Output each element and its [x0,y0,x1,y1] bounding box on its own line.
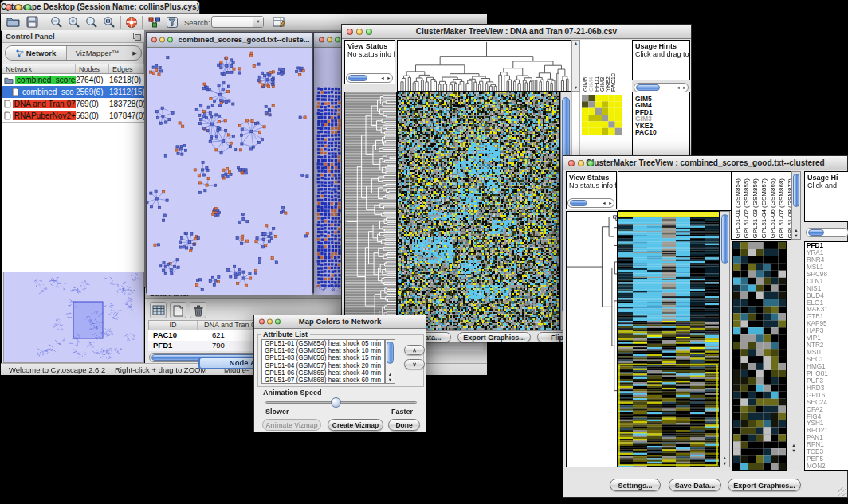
help-lifering-icon[interactable] [124,16,139,29]
close-icon[interactable] [568,160,575,166]
attribute-list-item[interactable]: GPL51-01 (GSM854) heat shock 05 min [262,340,384,347]
move-down-button[interactable]: ∨ [404,359,425,369]
settings-button[interactable]: Settings... [610,479,661,491]
save-icon[interactable] [25,16,39,29]
network-row[interactable]: combined_scores 2764(0) 16218(0) [2,74,144,86]
minimize-icon[interactable] [15,4,22,10]
search-input[interactable]: ▼ [211,16,264,28]
attribute-list-item[interactable]: GPL51-06 (GSM865) heat shock 40 min [262,369,384,377]
network-row[interactable]: RNAPuberNov2+ 563(0) 107847(0) [2,110,144,122]
attribute-list-item[interactable]: GPL51-04 (GSM857) heat shock 20 min [262,362,384,369]
attribute-list-item[interactable]: GPL51-02 (GSM855) heat shock 10 min [262,347,384,354]
tv2-row-dendrogram[interactable] [566,211,618,467]
move-up-button[interactable]: ∧ [404,345,425,355]
scroll-thumb[interactable] [636,84,660,91]
zoom-icon[interactable] [335,37,340,43]
scroll-right-icon[interactable]: ► [607,199,614,207]
scroll-right-icon[interactable]: ► [386,74,392,82]
attribute-list-item[interactable]: GPL51-07 (GSM868) heat shock 60 min [262,377,384,384]
minimize-icon[interactable] [267,319,273,325]
zoom-selected-icon[interactable] [84,16,99,29]
column-label[interactable]: YKE2 [604,76,610,92]
attribute-list-item[interactable]: GPL51-03 (GSM856) heat shock 15 min [262,354,384,361]
column-label[interactable]: GIM5 [582,77,587,92]
zoom-icon[interactable] [167,37,173,43]
zoom-icon[interactable] [25,4,31,10]
filter-icon[interactable] [165,16,179,29]
column-label[interactable]: GIM4 [587,77,593,92]
network-row[interactable]: DNA and Tran 07 769(0) 183728(0) [2,98,144,110]
open-file-icon[interactable] [6,16,20,29]
scroll-down-icon[interactable]: ▼ [572,85,579,90]
column-label[interactable]: GPL51-06 (GSM865) [769,178,778,239]
column-label[interactable]: PFD1 [593,76,599,92]
close-icon[interactable] [151,37,157,43]
network1-titlebar[interactable]: combined_scores_good.txt--cluste... [147,33,312,48]
tv2-labels-vscrollbar[interactable]: ▲▼ [791,171,801,240]
zoom-out-icon[interactable] [49,16,64,29]
tv2-usage-hscrollbar[interactable] [806,228,848,237]
column-header[interactable]: Nodes [76,64,109,73]
tv1-status-hscrollbar[interactable]: ◄► [346,73,393,83]
delete-attribute-icon[interactable] [190,302,206,318]
zoom-fit-icon[interactable] [102,16,116,29]
zoom-in-icon[interactable] [67,16,81,29]
close-icon[interactable] [6,4,12,10]
scroll-thumb[interactable] [570,200,587,206]
attribute-select-icon[interactable] [150,302,167,318]
column-header[interactable]: ID [149,321,198,330]
export-graphics-button[interactable]: Export Graphics... [728,479,801,491]
tv2-heatmap[interactable] [618,211,720,467]
column-label[interactable]: GPL51-03 (GSM856) [752,178,760,239]
zoom-icon[interactable] [587,160,594,166]
tv2-summary-scroll-arrows[interactable]: ▲▼ [788,443,799,454]
minimize-icon[interactable] [159,37,165,43]
new-attribute-icon[interactable] [170,302,186,318]
column-label[interactable]: GPL51-04 (GSM857) [760,178,769,239]
close-icon[interactable] [347,29,353,35]
close-icon[interactable] [259,319,265,325]
scroll-left-icon[interactable]: ◄ [379,74,386,82]
network2-canvas[interactable] [314,48,342,295]
resize-grip[interactable] [838,487,846,496]
tv1-column-dendrogram[interactable] [397,40,571,92]
attribute-list-vscrollbar[interactable]: ▲▼ [385,339,395,384]
scroll-arrows[interactable]: ▲▼ [792,228,800,239]
scroll-thumb[interactable] [348,75,367,81]
column-header[interactable]: Edges [109,64,144,73]
scroll-arrows[interactable]: ▲▼ [386,372,395,383]
export-graphics-button[interactable]: Export Graphics... [457,332,531,342]
tv1-heatmap[interactable] [397,92,560,330]
scroll-thumb[interactable] [721,214,728,264]
tv1-mini-scroll[interactable]: ▲▼ [571,40,580,92]
tv1-correlation-matrix[interactable] [582,95,622,135]
treeview1-titlebar[interactable]: ClusterMaker TreeView : DNA and Tran 07-… [342,25,691,39]
float-panel-icon[interactable] [133,33,141,42]
dialog-titlebar[interactable]: Map Colors to Network [254,315,426,329]
scroll-thumb[interactable] [793,174,799,207]
search-dropdown-icon[interactable]: ▼ [253,17,263,27]
network-row-selected[interactable]: combined_sco 2569(6) 13112(15) [2,86,144,98]
column-label[interactable]: PAC10 [610,73,615,92]
minimize-icon[interactable] [327,37,332,43]
column-label[interactable]: GPL51-01 (GSM854) [734,178,743,239]
tv2-heatmap-vscrollbar[interactable]: ▲▼ [720,211,730,467]
tab-overflow-arrow[interactable]: ▶ [128,46,141,60]
scroll-left-icon[interactable]: ◄ [675,84,681,92]
main-titlebar[interactable]: Cytoscape Desktop (Session Name: collins… [1,1,199,14]
close-icon[interactable] [319,37,324,43]
vizmapper-icon[interactable] [147,16,162,29]
scroll-thumb[interactable] [808,229,824,236]
tab-network[interactable]: Network [6,46,67,60]
tab-vizmapper[interactable]: VizMapper™ [67,46,128,60]
network-overview[interactable] [3,272,144,363]
done-button[interactable]: Done [388,419,420,431]
minimize-icon[interactable] [356,29,363,35]
network1-canvas[interactable] [147,48,312,295]
column-label[interactable]: GPL51-02 (GSM855) [743,178,752,239]
save-data-button[interactable]: Save Data... [669,479,721,491]
minimize-icon[interactable] [578,160,584,166]
gene-label[interactable]: MON2 [805,463,848,471]
slider-thumb[interactable] [331,397,341,408]
matrix-label[interactable]: PAC10 [635,129,689,135]
